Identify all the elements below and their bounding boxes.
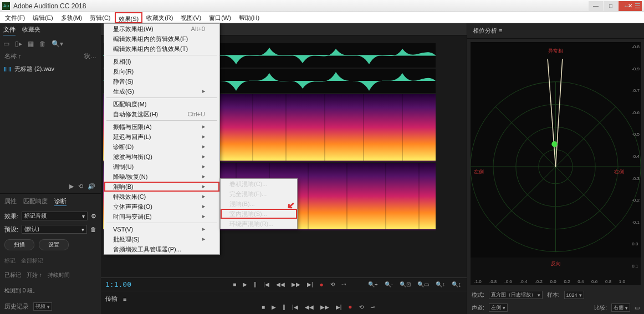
open-icon[interactable]: ▭	[3, 40, 9, 48]
skip-start-icon[interactable]: |◀	[262, 281, 270, 287]
settings-icon[interactable]: ▭	[635, 305, 640, 311]
submenu-item[interactable]: 卷积混响(C)...	[221, 179, 297, 189]
menu-item[interactable]: 批处理(S)	[104, 234, 219, 244]
preset-delete-icon[interactable]: 🗑	[90, 226, 96, 233]
menu-item[interactable]: 编辑效果组内的剪辑效果(F)	[104, 34, 219, 44]
tp-record-icon[interactable]: ●	[347, 303, 353, 311]
tool-icon[interactable]: ↔	[623, 2, 630, 10]
fx-select[interactable]: 标记音频▾	[22, 212, 88, 220]
tab-loudness[interactable]: 匹配响度	[23, 197, 48, 206]
tab-files[interactable]: 文件	[3, 25, 16, 35]
skip-end-icon[interactable]: ▶|	[306, 281, 314, 287]
trash-icon[interactable]: 🗑	[39, 40, 46, 48]
tab-properties[interactable]: 属性	[4, 197, 17, 206]
history-select[interactable]: 视频 ▾	[33, 302, 52, 311]
minimize-button[interactable]: —	[589, 1, 603, 11]
submenu-item[interactable]: 环绕声混响(R)...	[221, 219, 297, 229]
play-mini-icon[interactable]: ▶	[69, 183, 74, 190]
play-icon[interactable]: ▶	[242, 281, 248, 287]
menu-item[interactable]: 静音(S)	[104, 76, 219, 86]
menu-item[interactable]: 生成(G)	[104, 86, 219, 96]
menu-item[interactable]: 延迟与回声(L)	[104, 132, 219, 142]
menu-7[interactable]: 窗口(W)	[205, 12, 235, 23]
menu-item[interactable]: 音频增效工具管理器(P)...	[104, 244, 219, 254]
menu-1[interactable]: 编辑(E)	[29, 12, 57, 23]
menu-item[interactable]: 诊断(D)	[104, 142, 219, 152]
zoom-in-icon[interactable]: 🔍+	[367, 281, 379, 287]
zoom-out-v-icon[interactable]: 🔍↨	[451, 281, 462, 287]
menu-2[interactable]: 多轨(M)	[57, 12, 86, 23]
phase-scope[interactable]: 异常相 左侧 右侧 反向 -0.8-0.9-0.7-0.6-0.5-0.4-0.…	[471, 42, 641, 285]
maximize-button[interactable]: □	[604, 1, 618, 11]
menu-item[interactable]: 时间与变调(E)	[104, 212, 219, 222]
fx-settings-icon[interactable]: ⚙	[91, 213, 96, 220]
scan-button[interactable]: 扫描	[4, 239, 34, 250]
tp-end-icon[interactable]: ▶|	[335, 304, 343, 310]
channel-select[interactable]: 左侧 ▾	[489, 303, 508, 312]
search-icon[interactable]: 🔍▾	[52, 40, 63, 48]
menu-item[interactable]: VST(V)	[104, 224, 219, 234]
volume-mini-icon[interactable]: 🔊	[88, 183, 95, 190]
menu-item[interactable]: 特殊效果(C)	[104, 192, 219, 202]
tp-loop-icon[interactable]: ⟲	[358, 304, 365, 310]
menu-item[interactable]: 振幅与压限(A)	[104, 122, 219, 132]
col-marked[interactable]: 已标记	[4, 271, 21, 279]
zoom-out-icon[interactable]: 🔍-	[384, 281, 394, 287]
col-name[interactable]: 名称 ↑	[4, 52, 22, 60]
menu-item[interactable]: 混响(B)	[104, 182, 219, 192]
rewind-icon[interactable]: ◀◀	[275, 281, 286, 287]
multitrack-icon[interactable]: ▦	[28, 40, 34, 48]
file-item[interactable]: 无标题 (2).wav	[0, 63, 101, 75]
zoom-full-icon[interactable]: 🔍⊡	[398, 281, 412, 287]
transport-label: 传输	[105, 295, 117, 303]
timecode[interactable]: 1:1.00	[105, 280, 131, 289]
submenu-item[interactable]: 完全混响(F)...	[221, 189, 297, 199]
col-duration[interactable]: 持续时间	[48, 271, 70, 279]
skip-icon[interactable]: ⤻	[340, 281, 347, 287]
link-icon[interactable]: ☰	[635, 2, 641, 10]
menu-item[interactable]: 反相(I)	[104, 56, 219, 66]
menu-6[interactable]: 视图(V)	[177, 12, 205, 23]
tp-fwd-icon[interactable]: ▶▶	[319, 304, 330, 310]
menu-item[interactable]: 降噪/恢复(N)	[104, 172, 219, 182]
menu-8[interactable]: 帮助(H)	[235, 12, 263, 23]
mode-select[interactable]: 直方图（日志缩放） ▾	[489, 291, 543, 299]
tp-stop-icon[interactable]: ■	[260, 304, 266, 310]
menu-item[interactable]: 自动修复选区(H)Ctrl+U	[104, 109, 219, 119]
preset-select[interactable]: (默认)▾	[22, 225, 87, 234]
submenu-item[interactable]: 室内混响(S)...	[221, 209, 297, 219]
samples-select[interactable]: 1024 ▾	[564, 291, 584, 299]
menu-item[interactable]: 立体声声像(O)	[104, 202, 219, 212]
col-start[interactable]: 开始 ↑	[27, 271, 42, 279]
compare-select[interactable]: 右侧 ▾	[611, 303, 630, 312]
zoom-sel-icon[interactable]: 🔍▭	[416, 281, 430, 287]
pause-icon[interactable]: ‖	[253, 281, 258, 287]
tp-play-icon[interactable]: ▶	[270, 304, 277, 310]
menu-5[interactable]: 收藏夹(R)	[142, 12, 177, 23]
label-left: 左侧	[474, 168, 484, 176]
menu-item[interactable]: 滤波与均衡(Q)	[104, 152, 219, 162]
tp-skip-icon[interactable]: ⤻	[369, 304, 376, 310]
tab-diagnostics[interactable]: 诊断	[54, 197, 67, 206]
tab-favorites[interactable]: 收藏夹	[22, 25, 40, 35]
col-status[interactable]: 状…	[84, 52, 96, 60]
menu-4[interactable]: 效果(S)	[115, 12, 143, 23]
loop-mini-icon[interactable]: ⟲	[78, 183, 83, 190]
forward-icon[interactable]: ▶▶	[290, 281, 301, 287]
record-icon[interactable]: ●	[319, 281, 325, 289]
record-icon[interactable]: ▯▸	[15, 40, 22, 48]
menu-3[interactable]: 剪辑(C)	[86, 12, 114, 23]
tp-pause-icon[interactable]: ‖	[282, 304, 287, 310]
settings-button[interactable]: 设置	[39, 239, 69, 250]
menu-0[interactable]: 文件(F)	[1, 12, 29, 23]
loop-icon[interactable]: ⟲	[329, 281, 336, 287]
stop-icon[interactable]: ■	[232, 281, 237, 287]
tp-rew-icon[interactable]: ◀◀	[304, 304, 315, 310]
menu-item[interactable]: 显示效果组(W)Alt+0	[104, 24, 219, 34]
menu-item[interactable]: 编辑效果组内的音轨效果(T)	[104, 44, 219, 54]
menu-item[interactable]: 反向(R)	[104, 66, 219, 76]
menu-item[interactable]: 匹配响度(M)	[104, 99, 219, 109]
menu-item[interactable]: 调制(U)	[104, 162, 219, 172]
tp-start-icon[interactable]: |◀	[291, 304, 299, 310]
zoom-in-v-icon[interactable]: 🔍↕	[435, 281, 446, 287]
